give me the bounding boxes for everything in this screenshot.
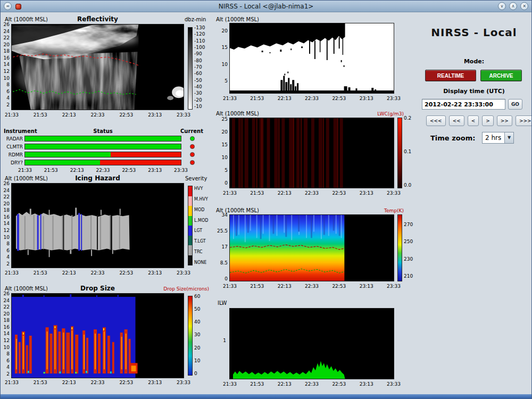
tick-label: 21:33 xyxy=(5,112,19,118)
tick-label: -10 xyxy=(194,104,202,109)
icing-x-axis: 21:3321:5322:1322:3322:5323:1323:33 xyxy=(5,270,190,276)
go-button[interactable]: GO xyxy=(508,99,522,110)
tick-label: 23:33 xyxy=(177,270,190,276)
tick-label: 17 xyxy=(222,244,228,250)
nav-button-1[interactable]: <<< xyxy=(426,115,446,126)
severity-segment-M.HVY xyxy=(188,196,192,206)
tick-label: 5 xyxy=(225,168,228,173)
tick-label: 60 xyxy=(194,294,200,299)
nav-button-4[interactable]: > xyxy=(482,115,494,126)
reflectivity-canvas xyxy=(12,24,184,110)
tick-label: 14 xyxy=(4,221,10,226)
tick-label: -110 xyxy=(194,38,205,44)
tick-label: 22:33 xyxy=(91,112,105,118)
nav-button-3[interactable]: < xyxy=(468,115,479,126)
tick-label: 23:33 xyxy=(387,190,401,196)
tick-label: 10 xyxy=(4,76,10,81)
tick-label: 22:53 xyxy=(332,190,346,196)
tick-label: -130 xyxy=(194,25,205,30)
dropsize-colorbar-ticks: 6050403020100 xyxy=(194,294,200,376)
surface-layer xyxy=(230,90,394,93)
tick-label: 210 xyxy=(404,273,413,279)
tick-label: 22 xyxy=(4,194,10,200)
close-button[interactable]: ✕ xyxy=(520,2,528,10)
temp-canvas xyxy=(230,215,394,281)
tick-label: 8.5 xyxy=(220,260,228,265)
maximize-button[interactable]: ∧ xyxy=(509,2,517,10)
temp-colorbar-ticks: 270250230210 xyxy=(404,222,413,279)
tick-label: 23:13 xyxy=(148,168,162,173)
tick-label: 0 xyxy=(225,276,228,281)
icing-plot xyxy=(11,183,184,268)
severity-labels: HVYM.HVYMODL.MODLGTT.LGTTRCNONE xyxy=(194,186,208,265)
tick-label: 22:53 xyxy=(119,112,133,118)
time-zoom-select[interactable]: 2 hrs ▼ xyxy=(482,132,514,144)
display-time-input[interactable] xyxy=(422,99,505,110)
nav-button-6[interactable]: >>> xyxy=(516,115,532,126)
ilw-label: ILW xyxy=(218,300,227,306)
severity-label: NONE xyxy=(194,260,208,265)
tick-label: 23:33 xyxy=(177,380,190,385)
tick-label: 22:13 xyxy=(278,96,292,101)
tick-label: 21:53 xyxy=(34,112,47,118)
tick-label: 22:13 xyxy=(278,190,292,196)
tick-label: 22:33 xyxy=(91,270,105,276)
status-history-bar xyxy=(24,136,181,142)
tick-label: 10 xyxy=(4,235,10,240)
severity-label: T.LGT xyxy=(194,239,208,244)
instrument-label: CLMTR xyxy=(1,144,23,149)
tick-label: -80 xyxy=(194,58,202,63)
tick-label: 24 xyxy=(4,188,10,193)
status-row: DRY? xyxy=(1,159,203,167)
status-history-bar xyxy=(24,160,181,165)
nav-button-2[interactable]: << xyxy=(449,115,464,126)
dropsize-plot xyxy=(11,293,184,378)
lwc-y-axis: 2520151050 xyxy=(215,117,228,186)
status-row: RADAR xyxy=(1,135,203,143)
severity-colorbar xyxy=(188,186,193,265)
tick-label: 30 xyxy=(194,332,200,337)
tick-label: 21:33 xyxy=(5,270,19,276)
tick-label: 22:33 xyxy=(305,284,319,289)
cloud-y-axis: 2015105 xyxy=(215,28,228,84)
status-row: RDMR xyxy=(1,151,203,159)
cloud-plot xyxy=(229,23,394,94)
nav-button-5[interactable]: >> xyxy=(497,115,512,126)
archive-button[interactable]: ARCHIVE xyxy=(480,70,522,81)
lwc-colorbar-label: LWC(g/m3) xyxy=(364,111,404,117)
tick-label: 21:33 xyxy=(5,380,19,385)
realtime-button[interactable]: REALTIME xyxy=(425,70,476,81)
cloud-canvas xyxy=(230,23,394,93)
severity-segment-L.MOD xyxy=(188,216,192,226)
tick-label: 4 xyxy=(6,364,10,370)
tick-label: -20 xyxy=(194,97,202,103)
tick-label: 22:33 xyxy=(96,168,110,173)
ilw-x-axis: 21:3321:5322:1322:3322:5323:1323:33 xyxy=(223,381,401,387)
tick-label: 0.1 xyxy=(404,149,411,154)
temp-colorbar xyxy=(397,214,402,281)
tick-label: 10 xyxy=(194,358,200,363)
tick-label: 22:53 xyxy=(332,284,346,289)
tick-label: 14 xyxy=(4,331,10,336)
tick-label: 22:33 xyxy=(91,380,105,385)
chevron-down-icon[interactable]: ▼ xyxy=(504,132,513,143)
tick-label: 21:53 xyxy=(250,96,264,101)
tick-label: 8 xyxy=(6,241,10,246)
tick-label: 21:53 xyxy=(250,190,264,196)
tick-label: 21:33 xyxy=(223,381,237,387)
severity-segment-T.LGT xyxy=(188,236,192,246)
lwc-colorbar-ticks: 0.20.10.0 xyxy=(404,115,411,188)
minimize-button[interactable]: ∨ xyxy=(498,2,506,10)
tick-label: 16 xyxy=(4,325,10,330)
display-time-label: Display time (UTC) xyxy=(421,88,527,95)
reflectivity-colorbar xyxy=(188,27,193,110)
tick-label: 50 xyxy=(194,306,200,312)
tick-label: 16 xyxy=(4,214,10,220)
icing-title: Icing Hazard xyxy=(11,174,184,182)
time-zoom-value: 2 hrs xyxy=(483,132,504,143)
tick-label: 270 xyxy=(404,222,413,227)
tick-label: 22:53 xyxy=(119,270,133,276)
tick-label: 5 xyxy=(225,78,228,84)
tick-label: 24 xyxy=(4,298,10,303)
tick-label: 250 xyxy=(404,239,413,244)
